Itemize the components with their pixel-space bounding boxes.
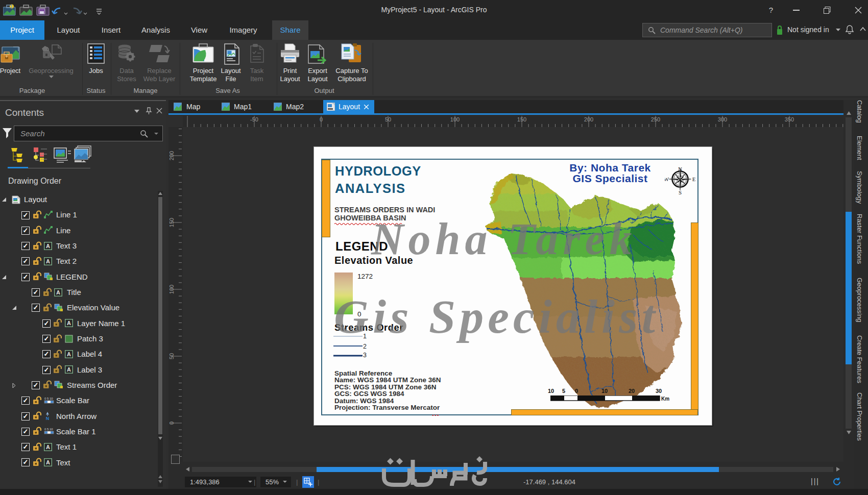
svg-text:A: A [56, 289, 60, 295]
svg-text:A: A [46, 444, 50, 450]
svg-text:A: A [46, 258, 50, 264]
svg-text:S: S [679, 189, 682, 195]
svg-text:0 5 10: 0 5 10 [44, 428, 53, 431]
svg-text:E: E [692, 176, 695, 182]
svg-text:A: A [46, 243, 50, 249]
svg-text:Km: Km [661, 396, 669, 402]
svg-text:W: W [665, 176, 669, 182]
svg-text:A: A [67, 366, 71, 373]
svg-text:N: N [46, 416, 50, 420]
svg-text:A: A [67, 351, 71, 357]
svg-text:A: A [67, 320, 71, 326]
svg-text:0 5 10: 0 5 10 [44, 397, 53, 400]
svg-text:A: A [46, 459, 50, 465]
